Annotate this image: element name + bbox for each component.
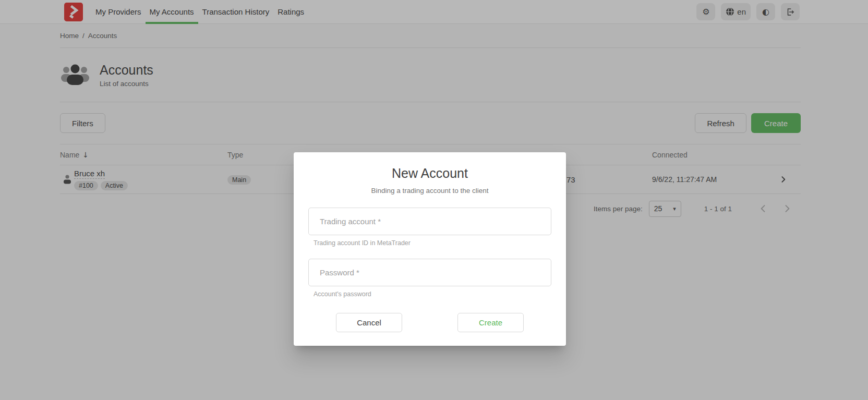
trading-account-hint: Trading account ID in MetaTrader	[314, 239, 551, 247]
cancel-button[interactable]: Cancel	[336, 313, 402, 332]
password-input[interactable]	[308, 259, 551, 286]
trading-account-input[interactable]	[308, 208, 551, 235]
new-account-modal: New Account Binding a trading account to…	[294, 152, 566, 346]
modal-create-button[interactable]: Create	[457, 313, 524, 332]
password-field-group: Account's password	[308, 259, 551, 298]
modal-subtitle: Binding a trading account to the client	[308, 187, 551, 195]
trading-account-field-group: Trading account ID in MetaTrader	[308, 208, 551, 247]
modal-title: New Account	[308, 166, 551, 181]
modal-actions: Cancel Create	[308, 313, 551, 332]
password-hint: Account's password	[314, 290, 551, 298]
